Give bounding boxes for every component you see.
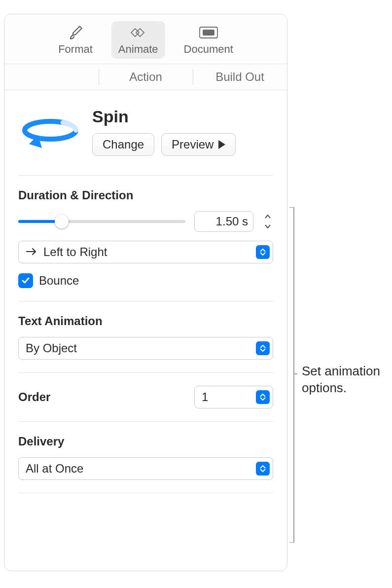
dropdown-arrows-icon [256, 341, 270, 355]
tab-action[interactable]: Action [99, 64, 193, 90]
duration-input[interactable]: 1.50 s [194, 211, 253, 232]
delivery-section: Delivery All at Once [18, 422, 273, 493]
change-button[interactable]: Change [92, 133, 154, 156]
arrow-right-icon [26, 245, 38, 259]
duration-stepper[interactable] [262, 212, 273, 231]
bounce-label: Bounce [39, 274, 79, 288]
format-label: Format [58, 43, 93, 56]
bounce-checkbox[interactable] [18, 273, 33, 288]
animate-tab[interactable]: Animate [111, 21, 165, 59]
text-animation-title: Text Animation [18, 314, 273, 328]
document-icon [199, 24, 218, 41]
tab-build-in[interactable]: Build In [4, 64, 99, 90]
duration-section: Duration & Direction 1.50 s Le [18, 176, 273, 301]
stepper-down-icon[interactable] [262, 222, 273, 231]
preview-button[interactable]: Preview [161, 133, 236, 156]
build-tabs: Build In Action Build Out [4, 64, 287, 90]
delivery-title: Delivery [18, 435, 273, 448]
document-tab[interactable]: Document [177, 21, 240, 59]
format-tab[interactable]: Format [51, 21, 100, 59]
dropdown-arrows-icon [256, 462, 270, 476]
text-animation-select[interactable]: By Object [18, 337, 273, 360]
order-value: 1 [202, 390, 208, 404]
delivery-select[interactable]: All at Once [18, 457, 273, 480]
direction-value: Left to Right [43, 245, 107, 259]
duration-title: Duration & Direction [18, 188, 273, 202]
spin-preview-icon [18, 107, 82, 161]
order-select[interactable]: 1 [194, 386, 273, 408]
direction-select[interactable]: Left to Right [18, 241, 273, 263]
inspector-panel: Format Animate Document Build In Action … [4, 14, 287, 571]
duration-slider[interactable] [18, 215, 185, 228]
animate-label: Animate [118, 43, 158, 56]
dropdown-arrows-icon [256, 390, 270, 404]
order-title: Order [18, 390, 50, 404]
stepper-up-icon[interactable] [262, 212, 273, 221]
delivery-value: All at Once [26, 462, 83, 476]
document-label: Document [184, 43, 233, 56]
inspector-content: Spin Change Preview Duration & Direction [4, 90, 287, 493]
tab-build-out[interactable]: Build Out [193, 64, 287, 90]
effect-name: Spin [92, 107, 273, 126]
inspector-toolbar: Format Animate Document [4, 14, 287, 64]
paintbrush-icon [67, 24, 84, 41]
callout-bracket-icon [289, 207, 298, 543]
animate-icon [127, 24, 149, 41]
text-animation-section: Text Animation By Object [18, 301, 273, 373]
slider-thumb[interactable] [55, 215, 69, 228]
callout-text: Set animation options. [302, 363, 392, 397]
effect-header: Spin Change Preview [18, 90, 273, 176]
order-section: Order 1 [18, 373, 273, 422]
text-animation-value: By Object [26, 341, 77, 355]
svg-rect-1 [203, 30, 214, 35]
play-icon [218, 140, 225, 149]
dropdown-arrows-icon [256, 245, 270, 259]
